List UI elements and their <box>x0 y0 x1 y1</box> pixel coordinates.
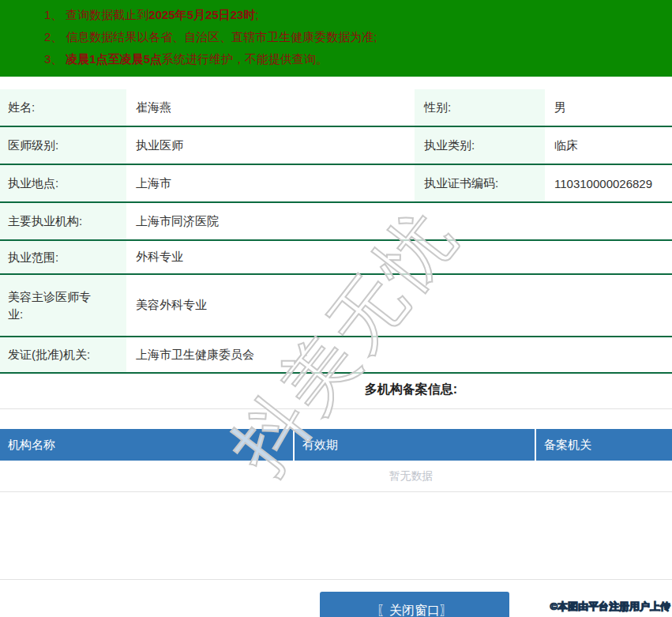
practitioner-query-result-page: 1、 查询数据截止到2025年5月25日23时; 2、 信息数据结果以各省、自治… <box>0 0 672 617</box>
info-value: 男 <box>545 100 672 115</box>
info-row-practice-scope: 执业范围: 外科专业 <box>0 241 672 275</box>
info-label: 执业类别: <box>415 127 545 164</box>
info-label: 姓名: <box>0 89 126 126</box>
blank-area <box>0 492 672 579</box>
info-value: 临床 <box>545 138 672 153</box>
notice-item: 3、 凌晨1点至凌晨5点系统进行维护，不能提供查询。 <box>0 48 672 70</box>
info-label: 执业地点: <box>0 165 126 201</box>
notice-item: 2、 信息数据结果以各省、自治区、直辖市卫生健康委数据为准; <box>0 26 672 48</box>
info-value: 外科专业 <box>126 250 672 265</box>
info-label: 医师级别: <box>0 127 126 164</box>
multi-org-section-heading: 多机构备案信息: <box>150 382 672 397</box>
info-value: 上海市卫生健康委员会 <box>126 348 672 363</box>
info-value: 上海市 <box>126 176 415 191</box>
upload-attribution-watermark: ©本图由平台注册用户上传 <box>550 600 670 614</box>
info-row-issuing-authority: 发证(批准)机关: 上海市卫生健康委员会 <box>0 337 672 374</box>
info-label: 执业证书编码: <box>415 165 545 201</box>
info-value: 上海市同济医院 <box>126 214 672 229</box>
info-row-location-certno: 执业地点: 上海市 执业证书编码: 110310000026829 <box>0 165 672 203</box>
practitioner-info-table: 姓名: 崔海燕 性别: 男 医师级别: 执业医师 执业类别: 临床 执业地点: … <box>0 89 672 374</box>
info-label: 性别: <box>415 89 545 126</box>
notice-text: 信息数据结果以各省、自治区、直辖市卫生健康委数据为准; <box>66 26 377 48</box>
info-row-name-gender: 姓名: 崔海燕 性别: 男 <box>0 89 672 127</box>
info-value: 美容外科专业 <box>126 298 672 313</box>
notice-text: 凌晨1点至凌晨5点系统进行维护，不能提供查询。 <box>66 48 328 70</box>
info-label: 美容主诊医师专业: <box>0 275 126 336</box>
info-row-main-institution: 主要执业机构: 上海市同济医院 <box>0 203 672 241</box>
multi-org-table-header: 机构名称 有效期 备案机关 <box>0 429 672 461</box>
notice-text: 查询数据截止到2025年5月25日23时; <box>66 4 258 26</box>
info-row-cosmetic-specialty: 美容主诊医师专业: 美容外科专业 <box>0 275 672 337</box>
column-header-institution-name: 机构名称 <box>0 438 293 453</box>
notice-number: 3、 <box>44 48 62 70</box>
empty-data-message: 暂无数据 <box>150 461 672 491</box>
notice-item: 1、 查询数据截止到2025年5月25日23时; <box>0 4 672 26</box>
notice-banner: 1、 查询数据截止到2025年5月25日23时; 2、 信息数据结果以各省、自治… <box>0 0 672 77</box>
info-value: 110310000026829 <box>545 177 672 190</box>
close-window-button[interactable]: 〖关闭窗口〗 <box>320 592 509 617</box>
info-row-level-category: 医师级别: 执业医师 执业类别: 临床 <box>0 127 672 165</box>
info-label: 发证(批准)机关: <box>0 337 126 372</box>
notice-number: 2、 <box>44 26 62 48</box>
info-label: 执业范围: <box>0 241 126 273</box>
info-value: 崔海燕 <box>126 100 415 115</box>
column-header-validity-period: 有效期 <box>293 429 535 461</box>
info-value: 执业医师 <box>126 138 415 153</box>
notice-number: 1、 <box>44 4 62 26</box>
column-header-filing-authority: 备案机关 <box>535 429 672 461</box>
divider <box>0 408 672 409</box>
info-label: 主要执业机构: <box>0 203 126 239</box>
divider <box>0 579 672 580</box>
